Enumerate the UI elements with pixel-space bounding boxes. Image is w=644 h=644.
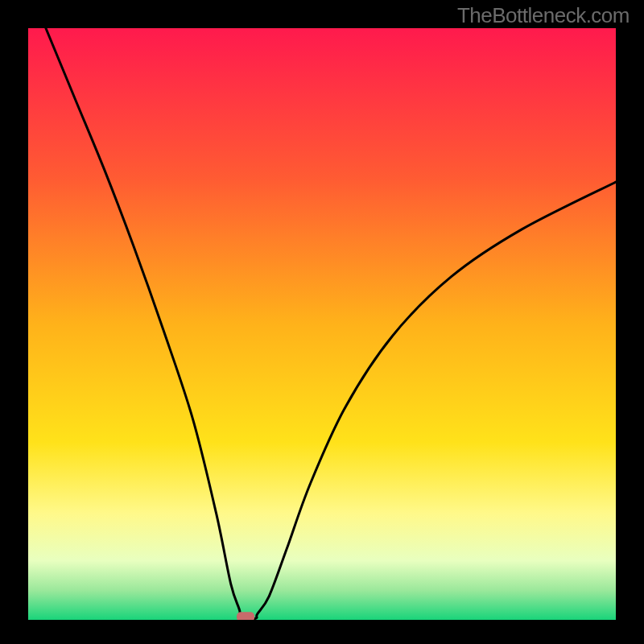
- bottleneck-chart: [0, 0, 644, 644]
- chart-frame: { "attribution": "TheBottleneck.com", "c…: [0, 0, 644, 644]
- attribution-text: TheBottleneck.com: [457, 3, 630, 28]
- gradient-background: [28, 28, 616, 620]
